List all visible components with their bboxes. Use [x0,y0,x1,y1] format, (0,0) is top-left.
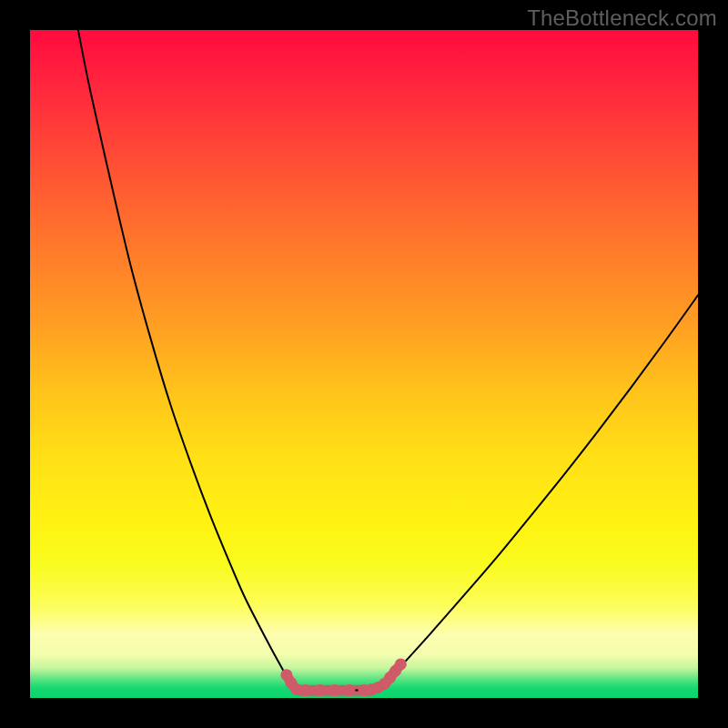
svg-point-7 [343,684,355,696]
svg-point-14 [395,658,407,670]
svg-point-5 [314,684,326,696]
svg-point-4 [299,684,311,696]
plot-area [30,30,698,698]
chart-frame: TheBottleneck.com [0,0,728,728]
gradient-background [30,30,698,698]
chart-svg [30,30,698,698]
watermark-text: TheBottleneck.com [527,5,717,31]
svg-point-6 [329,684,340,696]
